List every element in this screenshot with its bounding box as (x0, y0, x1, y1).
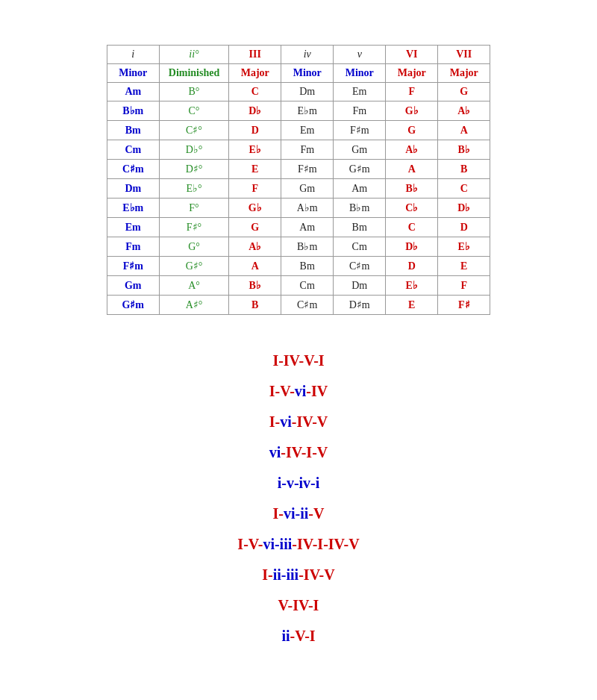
cell-col-ii: D♯° (159, 160, 228, 179)
cell-col-iii: B (229, 296, 281, 315)
table-row: EmF♯°GAmBmCD (107, 218, 490, 237)
cell-col-iii: C (229, 83, 281, 101)
col-header-i: i (107, 46, 159, 64)
cell-col-iv: Dm (281, 83, 334, 101)
col-header-v: v (334, 46, 386, 64)
cell-col-vii: E (438, 257, 490, 276)
cell-col-i: Fm (107, 237, 159, 257)
cell-col-vii: C (438, 179, 490, 199)
cell-col-i: Cm (107, 140, 159, 160)
cell-col-ii: F♯° (159, 218, 228, 237)
col-header-ii: ii° (159, 46, 228, 64)
cell-col-vi: G♭ (386, 101, 438, 121)
cell-col-vii: B♭ (438, 140, 490, 160)
cell-col-i: Gm (107, 276, 159, 296)
col-header-vi: VI (386, 46, 438, 64)
cell-col-v: D♯m (334, 296, 386, 315)
table-row: GmA°B♭CmDmE♭F (107, 276, 490, 296)
progression-8: I-ii-iii-IV-V (262, 566, 334, 584)
cell-col-i: Bm (107, 121, 159, 140)
cell-col-vi: C (386, 218, 438, 237)
table-header-row: i ii° III iv v VI VII (107, 46, 490, 64)
cell-col-ii: D♭° (159, 140, 228, 160)
cell-col-iv: C♯m (281, 296, 334, 315)
cell-col-i: B♭m (107, 101, 159, 121)
cell-col-vi: E (386, 296, 438, 315)
cell-col-i: C♯m (107, 160, 159, 179)
cell-col-vi: C♭ (386, 199, 438, 218)
cell-col-ii: G° (159, 237, 228, 257)
cell-col-iv: B♭m (281, 237, 334, 257)
cell-col-ii: E♭° (159, 179, 228, 199)
type-minor: Minor (107, 64, 159, 83)
cell-col-vii: A♭ (438, 101, 490, 121)
cell-col-vii: E♭ (438, 237, 490, 257)
type-major-iii: Major (229, 64, 281, 83)
cell-col-vi: D (386, 257, 438, 276)
cell-col-vii: F♯ (438, 296, 490, 315)
chord-table: i ii° III iv v VI VII Minor Diminished M… (107, 45, 490, 315)
cell-col-iii: G♭ (229, 199, 281, 218)
cell-col-iii: D♭ (229, 101, 281, 121)
table-row: CmD♭°E♭FmGmA♭B♭ (107, 140, 490, 160)
cell-col-vii: B (438, 160, 490, 179)
cell-col-iii: B♭ (229, 276, 281, 296)
cell-col-vii: F (438, 276, 490, 296)
cell-col-iii: A (229, 257, 281, 276)
cell-col-iv: E♭m (281, 101, 334, 121)
cell-col-i: Dm (107, 179, 159, 199)
table-row: FmG°A♭B♭mCmD♭E♭ (107, 237, 490, 257)
cell-col-v: B♭m (334, 199, 386, 218)
cell-col-vii: D (438, 218, 490, 237)
cell-col-v: Dm (334, 276, 386, 296)
progression-3: I-vi-IV-V (269, 413, 328, 431)
cell-col-vi: F (386, 83, 438, 101)
cell-col-ii: G♯° (159, 257, 228, 276)
cell-col-vi: B♭ (386, 179, 438, 199)
progression-4: vi-IV-I-V (269, 444, 328, 461)
cell-col-i: F♯m (107, 257, 159, 276)
cell-col-iv: Am (281, 218, 334, 237)
progression-5: i-v-iv-i (278, 475, 320, 492)
table-row: F♯mG♯°ABmC♯mDE (107, 257, 490, 276)
progression-6: I-vi-ii-V (273, 505, 325, 522)
cell-col-v: Am (334, 179, 386, 199)
cell-col-vi: G (386, 121, 438, 140)
cell-col-iii: F (229, 179, 281, 199)
cell-col-vi: A♭ (386, 140, 438, 160)
cell-col-vii: A (438, 121, 490, 140)
cell-col-ii: A♯° (159, 296, 228, 315)
cell-col-iv: Em (281, 121, 334, 140)
cell-col-i: Em (107, 218, 159, 237)
col-header-vii: VII (438, 46, 490, 64)
cell-col-vii: G (438, 83, 490, 101)
cell-col-ii: B° (159, 83, 228, 101)
cell-col-ii: C♯° (159, 121, 228, 140)
type-major-vi: Major (386, 64, 438, 83)
table-row: C♯mD♯°EF♯mG♯mAB (107, 160, 490, 179)
cell-col-iii: E (229, 160, 281, 179)
table-row: G♯mA♯°BC♯mD♯mEF♯ (107, 296, 490, 315)
cell-col-vi: D♭ (386, 237, 438, 257)
table-row: B♭mC°D♭E♭mFmG♭A♭ (107, 101, 490, 121)
type-minor-v: Minor (334, 64, 386, 83)
type-minor-iv: Minor (281, 64, 334, 83)
type-major-vii: Major (438, 64, 490, 83)
table-row: DmE♭°FGmAmB♭C (107, 179, 490, 199)
col-header-iv: iv (281, 46, 334, 64)
cell-col-vi: A (386, 160, 438, 179)
cell-col-iii: A♭ (229, 237, 281, 257)
cell-col-ii: A° (159, 276, 228, 296)
progression-1: I-IV-V-I (272, 352, 324, 369)
cell-col-ii: C° (159, 101, 228, 121)
cell-col-ii: F° (159, 199, 228, 218)
cell-col-iv: F♯m (281, 160, 334, 179)
cell-col-v: Cm (334, 237, 386, 257)
cell-col-v: Gm (334, 140, 386, 160)
cell-col-v: Em (334, 83, 386, 101)
cell-col-i: G♯m (107, 296, 159, 315)
cell-col-v: Fm (334, 101, 386, 121)
cell-col-vii: D♭ (438, 199, 490, 218)
cell-col-iv: Gm (281, 179, 334, 199)
progression-10: ii-V-I (281, 628, 315, 645)
